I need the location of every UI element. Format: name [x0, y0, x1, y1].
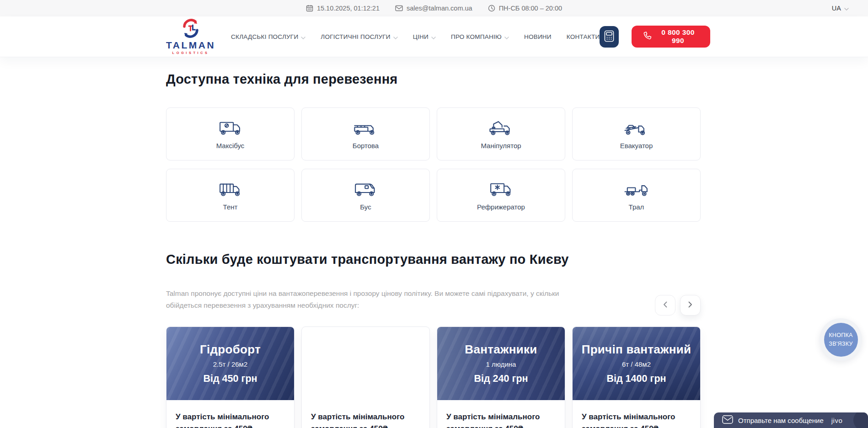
nav-item-logistics-services[interactable]: ЛОГІСТИЧНІ ПОСЛУГИ — [321, 33, 397, 41]
phone-icon — [643, 32, 652, 42]
pricing-card-includes: У вартість мінімального замовлення за 45… — [446, 411, 556, 428]
logo-subtitle: LOGISTICS — [172, 51, 209, 55]
vehicle-label: Бортова — [353, 142, 379, 150]
vehicle-card-tent[interactable]: Тент — [166, 169, 295, 222]
carousel-next-button[interactable] — [680, 295, 701, 316]
vehicle-label: Максібус — [216, 142, 245, 150]
pricing-card-includes: У вартість мінімального замовлення за 45… — [582, 411, 691, 428]
chevron-left-icon — [663, 301, 667, 309]
vehicle-card-crane[interactable]: Маніпулятор — [437, 107, 565, 160]
vehicle-grid: Максібус Бортова Маніпулятор Евакуатор Т… — [166, 107, 701, 222]
chat-envelope-icon — [722, 415, 733, 426]
main-header: TALMAN LOGISTICS СКЛАДСЬКІ ПОСЛУГИ ЛОГІС… — [0, 16, 868, 57]
van-icon — [353, 180, 379, 199]
vehicle-card-refrigerator[interactable]: Рефрижератор — [437, 169, 565, 222]
pricing-card-photo: Максібус 2.5т / 26м2 Від 620 грн — [302, 327, 429, 400]
lowboy-truck-icon — [623, 180, 650, 199]
pricing-card-price: Від 1400 грн — [607, 373, 666, 385]
pricing-card-price: Від 620 грн — [338, 373, 392, 385]
topbar-datetime: 15.10.2025, 01:12:21 — [306, 5, 380, 12]
pricing-card-price: Від 240 грн — [474, 373, 528, 385]
pricing-card-includes: У вартість мінімального замовлення за 45… — [311, 411, 420, 428]
pricing-card-loaders: Вантажники 1 людина Від 240 грн У вартіс… — [437, 326, 565, 428]
vehicle-label: Маніпулятор — [481, 142, 521, 150]
callback-button[interactable]: КНОПКА ЗВ'ЯЗКУ — [820, 318, 862, 361]
pricing-section-title: Скільки буде коштувати транспортування в… — [166, 252, 569, 267]
vehicle-label: Тент — [223, 203, 238, 211]
callback-label-line1: КНОПКА — [829, 331, 852, 339]
chevron-right-icon — [688, 301, 692, 309]
jivo-logo: jivo — [831, 417, 843, 424]
nav-item-news[interactable]: НОВИНИ — [524, 33, 552, 40]
pricing-cards: Гідроборт 2.5т / 26м2 Від 450 грн У варт… — [166, 326, 701, 428]
vehicle-label: Бус — [360, 203, 371, 211]
pricing-card-spec: 2.5т / 26м2 — [348, 360, 383, 368]
topbar-email-label: sales@talman.com.ua — [407, 5, 472, 12]
nav-label: ЦІНИ — [413, 33, 429, 40]
vehicle-card-flatbed[interactable]: Бортова — [301, 107, 430, 160]
nav-item-warehouse-services[interactable]: СКЛАДСЬКІ ПОСЛУГИ — [231, 33, 305, 41]
pricing-card-price: Від 450 грн — [203, 373, 257, 385]
pricing-card-photo: Причіп вантажний 6т / 48м2 Від 1400 грн — [573, 327, 700, 400]
pricing-card-name: Вантажники — [465, 342, 537, 357]
refrigerator-truck-icon — [488, 180, 514, 199]
vehicle-card-tow[interactable]: Евакуатор — [572, 107, 701, 160]
box-truck-logo-icon — [217, 118, 244, 138]
ukraine-flag-icon — [819, 5, 829, 11]
tent-truck-icon — [217, 180, 244, 199]
vehicle-label: Евакуатор — [620, 142, 653, 150]
nav-item-prices[interactable]: ЦІНИ — [413, 33, 436, 41]
topbar-datetime-label: 15.10.2025, 01:12:21 — [317, 5, 380, 12]
vehicle-card-van[interactable]: Бус — [301, 169, 430, 222]
pricing-card-name: Максібус — [339, 342, 392, 357]
nav-label: КОНТАКТИ — [567, 33, 600, 40]
nav-label: НОВИНИ — [524, 33, 552, 40]
callback-label-line2: ЗВ'ЯЗКУ — [829, 340, 852, 348]
pricing-card-photo: Гідроборт 2.5т / 26м2 Від 450 грн — [166, 327, 294, 400]
nav-label: ПРО КОМПАНІЮ — [451, 33, 502, 40]
pricing-card-hydroboard: Гідроборт 2.5т / 26м2 Від 450 грн У варт… — [166, 326, 295, 428]
talman-logo-emblem-icon — [180, 19, 201, 39]
pricing-card-maxibus: Максібус 2.5т / 26м2 Від 620 грн У варті… — [301, 326, 430, 428]
pricing-card-includes: У вартість мінімального замовлення за 45… — [176, 411, 285, 428]
topbar-hours-label: ПН-СБ 08:00 – 20:00 — [499, 5, 562, 12]
pricing-card-spec: 2.5т / 26м2 — [213, 360, 248, 368]
calculator-button[interactable] — [600, 26, 619, 48]
chevron-down-icon — [431, 34, 436, 41]
pricing-card-cargo-trailer: Причіп вантажний 6т / 48м2 Від 1400 грн … — [572, 326, 701, 428]
carousel-arrows — [655, 295, 701, 316]
flatbed-truck-icon — [353, 118, 379, 138]
nav-item-contacts[interactable]: КОНТАКТИ — [567, 33, 600, 40]
chat-widget-bar[interactable]: Отправьте нам сообщение jivo — [714, 412, 868, 428]
nav-item-about-company[interactable]: ПРО КОМПАНІЮ — [451, 33, 509, 41]
pricing-card-spec: 1 людина — [486, 360, 516, 368]
pricing-card-photo: Вантажники 1 людина Від 240 грн — [437, 327, 565, 400]
calculator-icon — [604, 30, 614, 43]
nav-label: СКЛАДСЬКІ ПОСЛУГИ — [231, 33, 298, 40]
phone-button[interactable]: 0 800 300 990 — [632, 26, 710, 48]
pricing-card-spec: 6т / 48м2 — [622, 360, 651, 368]
calendar-icon — [306, 5, 313, 12]
chevron-down-icon — [301, 34, 305, 41]
chat-message-label: Отправьте нам сообщение — [738, 417, 824, 424]
vehicle-label: Рефрижератор — [477, 203, 525, 211]
chevron-down-icon — [504, 34, 509, 41]
logo-wordmark: TALMAN — [166, 40, 215, 50]
vehicle-card-maxibus[interactable]: Максібус — [166, 107, 295, 160]
vehicle-label: Трал — [629, 203, 644, 211]
crane-truck-icon — [488, 118, 514, 138]
talman-logo[interactable]: TALMAN LOGISTICS — [166, 19, 215, 55]
envelope-icon — [395, 5, 403, 11]
topbar: 15.10.2025, 01:12:21 sales@talman.com.ua… — [0, 0, 868, 16]
topbar-email[interactable]: sales@talman.com.ua — [395, 5, 472, 12]
main-nav: СКЛАДСЬКІ ПОСЛУГИ ЛОГІСТИЧНІ ПОСЛУГИ ЦІН… — [231, 33, 600, 41]
carousel-prev-button[interactable] — [655, 295, 675, 316]
vehicle-card-lowboy[interactable]: Трал — [572, 169, 701, 222]
pricing-card-name: Гідроборт — [200, 342, 261, 357]
phone-number: 0 800 300 990 — [658, 28, 698, 45]
pricing-card-name: Причіп вантажний — [582, 342, 691, 357]
language-switcher[interactable]: UA — [819, 0, 849, 16]
nav-label: ЛОГІСТИЧНІ ПОСЛУГИ — [321, 33, 390, 40]
chevron-down-icon — [393, 34, 398, 41]
clock-icon — [488, 5, 495, 12]
